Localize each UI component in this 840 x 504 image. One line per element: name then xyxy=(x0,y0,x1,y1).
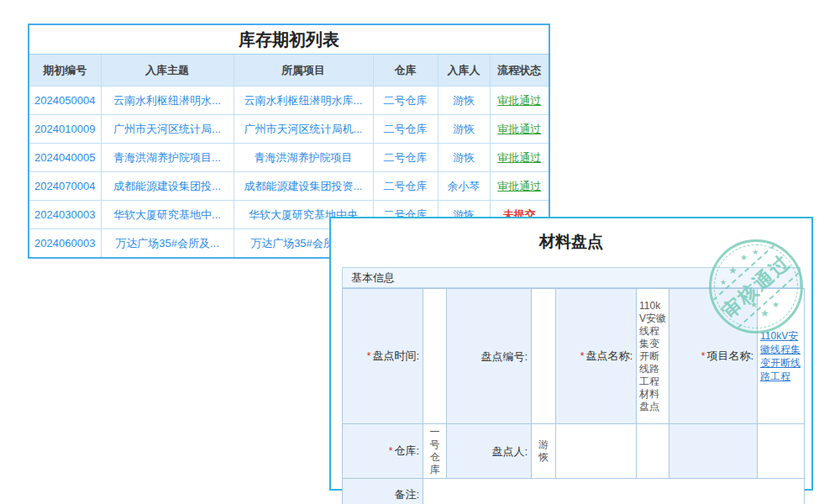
empty-label-cell xyxy=(669,424,758,479)
required-asterisk: * xyxy=(389,445,393,457)
star-icon: ★ xyxy=(740,254,748,262)
col-header-warehouse: 仓库 xyxy=(373,55,438,87)
col-header-inbound-subject: 入库主题 xyxy=(101,55,234,87)
empty-cell xyxy=(556,424,637,479)
counter-value: 游恢 xyxy=(532,424,556,479)
material-count-panel: 材料盘点 基本信息 *盘点时间: 盘点编号: *盘点名称: 110kV安徽线程集… xyxy=(329,217,813,491)
project-name-label: *项目名称: xyxy=(669,289,758,424)
col-header-flow-status: 流程状态 xyxy=(490,55,549,87)
subject-link[interactable]: 云南水利枢纽潜明水... xyxy=(101,87,234,115)
subject-link[interactable]: 成都能源建设集团投... xyxy=(101,172,234,201)
project-link[interactable]: 云南水利枢纽潜明水库... xyxy=(234,87,373,115)
material-count-form: *盘点时间: 盘点编号: *盘点名称: 110kV安徽线程集变开断线路工程材料盘… xyxy=(342,288,805,504)
inventory-header-row: 期初编号 入库主题 所属项目 仓库 入库人 流程状态 xyxy=(29,55,549,87)
status-link[interactable]: 审批通过 xyxy=(497,180,541,192)
status-link[interactable]: 审批通过 xyxy=(497,94,541,107)
remark-value xyxy=(423,479,805,504)
subject-link[interactable]: 广州市天河区统计局... xyxy=(101,115,234,144)
status-link[interactable]: 审批通过 xyxy=(497,151,541,164)
opening-no-link[interactable]: 2024060003 xyxy=(29,229,101,258)
project-name-cell: 110kV安徽线程集变开断线路工程 xyxy=(758,289,805,424)
opening-no-link[interactable]: 2024050004 xyxy=(29,87,101,115)
project-name-link[interactable]: 110kV安徽线程集变开断线路工程 xyxy=(760,329,801,383)
count-no-label: 盘点编号: xyxy=(447,289,532,424)
required-asterisk: * xyxy=(367,350,371,362)
subject-link[interactable]: 华软大厦研究基地中... xyxy=(101,201,234,229)
status-link[interactable]: 审批通过 xyxy=(497,123,541,135)
table-row: 2024040005 青海洪湖养护院项目... 青海洪湖养护院项目 二号仓库 游… xyxy=(29,144,549,172)
table-row: 2024050004 云南水利枢纽潜明水... 云南水利枢纽潜明水库... 二号… xyxy=(29,87,549,115)
inventory-list-title: 库存期初列表 xyxy=(29,25,549,55)
opening-no-link[interactable]: 2024040005 xyxy=(29,144,101,172)
warehouse-link[interactable]: 二号仓库 xyxy=(373,144,438,172)
table-row: 2024010009 广州市天河区统计局... 广州市天河区统计局机... 二号… xyxy=(29,115,549,144)
required-asterisk: * xyxy=(701,350,706,362)
project-link[interactable]: 青海洪湖养护院项目 xyxy=(234,144,373,172)
col-header-project: 所属项目 xyxy=(234,55,373,87)
warehouse-value: 一号仓库 xyxy=(423,424,447,479)
table-row: 2024070004 成都能源建设集团投... 成都能源建设集团投资... 二号… xyxy=(29,172,549,201)
col-header-inbound-person: 入库人 xyxy=(438,55,490,87)
opening-no-link[interactable]: 2024070004 xyxy=(29,172,101,201)
warehouse-link[interactable]: 二号仓库 xyxy=(373,87,438,115)
person-link[interactable]: 游恢 xyxy=(438,87,490,115)
count-time-label: *盘点时间: xyxy=(343,289,423,424)
count-time-value xyxy=(423,289,447,424)
remark-label: 备注: xyxy=(343,479,423,504)
empty-cell xyxy=(758,424,805,479)
person-link[interactable]: 余小琴 xyxy=(438,172,490,201)
project-link[interactable]: 成都能源建设集团投资... xyxy=(234,172,373,201)
opening-no-link[interactable]: 2024010009 xyxy=(29,115,101,144)
count-name-label: *盘点名称: xyxy=(556,289,637,424)
empty-cell xyxy=(637,424,669,479)
warehouse-link[interactable]: 二号仓库 xyxy=(373,115,438,144)
panel-title: 材料盘点 xyxy=(331,230,811,254)
count-no-value xyxy=(532,289,556,424)
project-link[interactable]: 广州市天河区统计局机... xyxy=(234,115,373,144)
count-name-value: 110kV安徽线程集变开断线路工程材料盘点 xyxy=(637,289,669,424)
subject-link[interactable]: 万达广场35#会所及... xyxy=(101,229,234,258)
counter-label: 盘点人: xyxy=(447,424,532,479)
col-header-opening-no: 期初编号 xyxy=(29,55,101,87)
warehouse-label: *仓库: xyxy=(343,424,423,479)
warehouse-link[interactable]: 二号仓库 xyxy=(373,172,438,201)
opening-no-link[interactable]: 2024030003 xyxy=(29,201,101,229)
person-link[interactable]: 游恢 xyxy=(438,144,490,172)
basic-info-section-header: 基本信息 xyxy=(342,267,801,288)
required-asterisk: * xyxy=(580,350,585,362)
subject-link[interactable]: 青海洪湖养护院项目... xyxy=(101,144,234,172)
person-link[interactable]: 游恢 xyxy=(438,115,490,144)
